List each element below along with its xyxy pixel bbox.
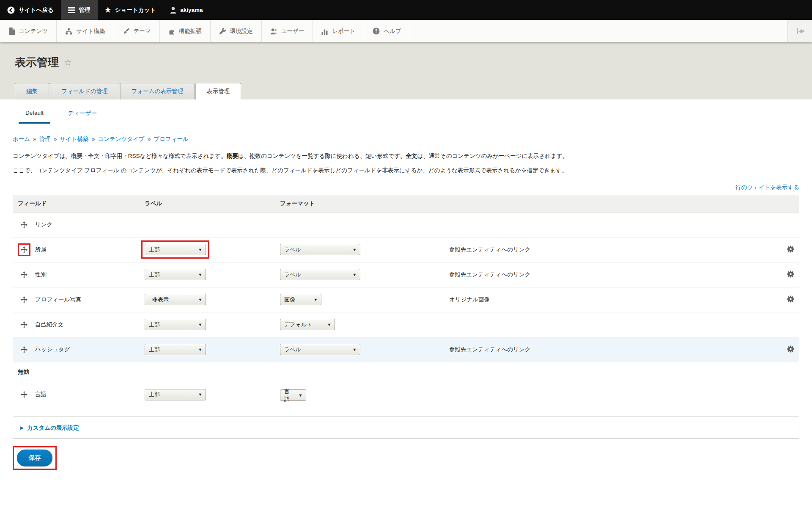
back-to-site-label: サイトへ戻る	[19, 6, 54, 14]
drag-handle-icon[interactable]	[18, 388, 30, 401]
breadcrumb-profile[interactable]: プロフィール	[154, 136, 189, 142]
breadcrumb-separator: »	[148, 136, 151, 142]
people-icon	[270, 28, 277, 35]
wrench-icon	[219, 28, 226, 35]
save-button-highlight-box: 保存	[13, 446, 57, 470]
toolbar-item-people[interactable]: ユーザー	[262, 20, 313, 42]
breadcrumb: ホーム»管理»サイト構築»コンテンツタイプ»プロフィール	[13, 135, 799, 143]
settings-gear-icon[interactable]	[787, 246, 794, 253]
breadcrumb-admin[interactable]: 管理	[39, 136, 51, 142]
field-name: 所属	[35, 246, 47, 253]
field-name: 性別	[35, 271, 47, 278]
breadcrumb-separator: »	[54, 136, 57, 142]
toolbar-item-extend[interactable]: 機能拡張	[160, 20, 211, 42]
toolbar-item-configuration[interactable]: 環境設定	[211, 20, 262, 42]
shortcuts-button[interactable]: ★ ショートカット	[98, 0, 163, 20]
breadcrumb-separator: »	[92, 136, 95, 142]
manage-menu-button[interactable]: 管理	[61, 0, 98, 20]
drag-handle-icon[interactable]	[18, 343, 30, 356]
bar-chart-icon	[321, 28, 328, 35]
label-select[interactable]: - 非表示 -▼	[145, 294, 206, 305]
field-name: 自己紹介文	[35, 321, 64, 328]
user-menu-button[interactable]: akiyama	[163, 0, 210, 20]
toolbar-item-reports[interactable]: レポート	[313, 20, 364, 42]
breadcrumb-separator: »	[33, 136, 36, 142]
settings-gear-icon[interactable]	[787, 345, 794, 353]
show-row-weights-link[interactable]: 行のウェイトを表示する	[735, 184, 799, 190]
drag-handle-icon[interactable]	[18, 218, 30, 231]
tab-manage-form-display[interactable]: フォームの表示管理	[120, 83, 195, 99]
chevron-down-icon: ▼	[352, 248, 357, 252]
format-summary: 参照先エンティティへのリンク	[444, 237, 757, 262]
drag-handle-highlight-box[interactable]	[18, 243, 30, 256]
toolbar-label: レポート	[332, 28, 355, 35]
label-select[interactable]: 上部▼	[145, 389, 206, 400]
table-row-language: 言語 上部▼ 言語▼	[13, 382, 799, 407]
shortcuts-label: ショートカット	[115, 6, 156, 14]
table-section-disabled: 無効	[13, 362, 799, 382]
chevron-down-icon: ▼	[298, 393, 302, 397]
toolbar-item-appearance[interactable]: テーマ	[114, 20, 160, 42]
drag-handle-icon[interactable]	[18, 293, 30, 306]
field-name: ハッシュタグ	[35, 346, 70, 353]
toolbar-item-structure[interactable]: サイト構築	[57, 20, 114, 42]
table-row-profile-photo: プロフィール写真 - 非表示 -▼ 画像▼ オリジナル画像	[13, 287, 799, 312]
settings-gear-icon[interactable]	[787, 270, 794, 278]
collapse-left-icon	[795, 28, 805, 35]
label-select[interactable]: 上部▼	[145, 344, 206, 355]
subtab-default[interactable]: Default	[19, 110, 50, 123]
toolbar-item-help[interactable]: ? ヘルプ	[364, 20, 410, 42]
page-title: 表示管理	[15, 55, 59, 70]
column-header-label: ラベル	[140, 195, 275, 212]
subtab-teaser[interactable]: ティーザー	[61, 110, 104, 123]
breadcrumb-home[interactable]: ホーム	[13, 136, 30, 142]
favorite-star-icon[interactable]: ☆	[64, 58, 72, 67]
tab-edit[interactable]: 編集	[15, 83, 49, 99]
custom-display-settings-fieldset: ▶ カスタムの表示設定	[13, 417, 799, 439]
label-select-highlight-box: 上部▼	[141, 240, 209, 259]
chevron-down-icon: ▼	[198, 273, 202, 277]
admin-bar: サイトへ戻る 管理 ★ ショートカット akiyama	[0, 0, 812, 20]
save-button[interactable]: 保存	[17, 450, 52, 466]
format-select[interactable]: デフォルト▼	[280, 319, 335, 330]
custom-display-settings-toggle[interactable]: ▶ カスタムの表示設定	[20, 424, 79, 432]
chevron-down-icon: ▼	[198, 392, 202, 397]
field-name: リンク	[35, 221, 52, 228]
tab-manage-fields[interactable]: フィールドの管理	[50, 83, 119, 99]
field-name: 言語	[35, 391, 47, 397]
chevron-down-icon: ▼	[352, 348, 357, 352]
settings-gear-icon[interactable]	[787, 295, 794, 303]
table-row-gender: 性別 上部▼ ラベル▼ 参照先エンティティへのリンク	[13, 262, 799, 287]
hamburger-icon	[68, 7, 75, 13]
label-select[interactable]: 上部▼	[145, 319, 206, 330]
toolbar-orientation-toggle[interactable]	[787, 20, 812, 42]
format-select[interactable]: 画像▼	[280, 294, 321, 305]
page-header: 表示管理 ☆ 編集 フィールドの管理 フォームの表示管理 表示管理	[0, 42, 812, 99]
tab-manage-display[interactable]: 表示管理	[195, 83, 241, 99]
table-row-affiliation: 所属 上部▼ ラベル▼ 参照先エンティティへのリンク	[13, 237, 799, 262]
format-select[interactable]: 言語▼	[280, 389, 306, 401]
breadcrumb-structure[interactable]: サイト構築	[60, 136, 88, 142]
format-select[interactable]: ラベル▼	[280, 244, 360, 255]
breadcrumb-content-types[interactable]: コンテンツタイプ	[98, 136, 145, 142]
format-select[interactable]: ラベル▼	[280, 269, 360, 280]
column-header-format: フォーマット	[275, 195, 444, 212]
format-summary	[444, 312, 757, 337]
toolbar-label: 環境設定	[230, 28, 253, 35]
label-select[interactable]: 上部▼	[145, 269, 206, 280]
column-header-settings	[757, 195, 799, 212]
username-label: akiyama	[180, 7, 203, 13]
section-label: 無効	[13, 362, 799, 382]
toolbar-item-content[interactable]: コンテンツ	[0, 20, 57, 42]
label-select[interactable]: 上部▼	[145, 244, 206, 255]
help-icon: ?	[373, 28, 380, 35]
description-line-2: ここで、コンテンツタイプ プロフィール のコンテンツが、それぞれの表示モードで表…	[13, 166, 799, 175]
format-select[interactable]: ラベル▼	[280, 344, 360, 355]
admin-toolbar: コンテンツ サイト構築 テーマ 機能拡張 環境設定 ユーザー レポート	[0, 20, 812, 42]
fieldset-label: カスタムの表示設定	[27, 424, 79, 432]
star-icon: ★	[105, 6, 111, 14]
drag-handle-icon[interactable]	[18, 268, 30, 281]
drag-handle-icon[interactable]	[18, 318, 30, 331]
format-summary: 参照先エンティティへのリンク	[444, 337, 757, 362]
back-to-site-button[interactable]: サイトへ戻る	[0, 0, 61, 20]
